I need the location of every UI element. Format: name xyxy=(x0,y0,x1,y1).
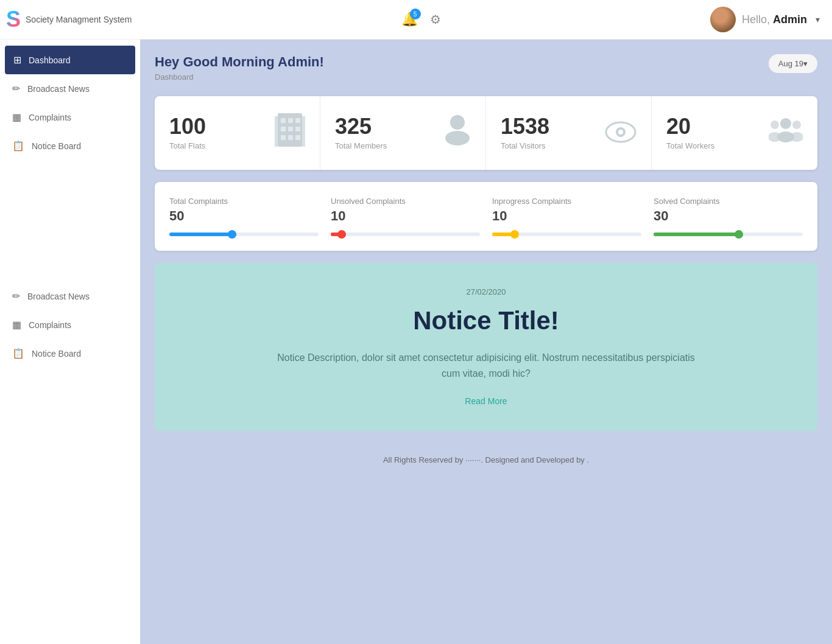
group-icon xyxy=(769,116,803,150)
footer: All Rights Reserved by ·······. Designed… xyxy=(155,443,817,477)
svg-rect-11 xyxy=(295,135,300,140)
stat-label-workers: Total Workers xyxy=(666,141,714,150)
sidebar-label-notice-board-2: Notice Board xyxy=(32,349,81,359)
stat-info-flats: 100 Total Flats xyxy=(169,116,206,150)
sidebar-label-notice-board: Notice Board xyxy=(32,141,81,151)
clipboard-icon: 📋 xyxy=(12,140,24,152)
main-layout: ⊞ Dashboard ✏ Broadcast News ▦ Complaint… xyxy=(0,40,832,644)
table-icon-2: ▦ xyxy=(12,319,21,331)
footer-text: All Rights Reserved by ·······. Designed… xyxy=(383,455,589,464)
table-icon: ▦ xyxy=(12,111,21,123)
progress-fill-unsolved xyxy=(331,233,346,236)
complaint-item-inprogress: Inprogress Complaints 10 xyxy=(492,197,641,236)
svg-point-12 xyxy=(450,115,465,130)
sidebar-label-broadcast-news-2: Broadcast News xyxy=(27,292,90,301)
stats-grid: 100 Total Flats xyxy=(155,96,817,170)
grid-icon: ⊞ xyxy=(13,54,21,66)
stat-info-members: 325 Total Members xyxy=(335,116,387,150)
complaints-grid: Total Complaints 50 Unsolved Complaints … xyxy=(169,197,803,236)
svg-rect-5 xyxy=(295,118,300,123)
logo-letter: S xyxy=(6,9,21,30)
settings-button[interactable]: ⚙ xyxy=(430,12,441,27)
notification-button[interactable]: 🔔 5 xyxy=(401,12,418,27)
stat-number-members: 325 xyxy=(335,116,387,138)
stat-number-visitors: 1538 xyxy=(501,116,549,138)
svg-rect-9 xyxy=(281,135,286,140)
sidebar-item-dashboard[interactable]: ⊞ Dashboard xyxy=(5,46,135,74)
complaint-number-unsolved: 10 xyxy=(331,208,480,224)
clipboard-icon-2: 📋 xyxy=(12,348,24,359)
date-badge[interactable]: Aug 19▾ xyxy=(769,54,817,73)
sidebar-label-complaints: Complaints xyxy=(29,113,71,122)
notice-card: 27/02/2020 Notice Title! Notice Descript… xyxy=(155,263,817,431)
svg-point-20 xyxy=(769,132,781,142)
progress-bar-solved xyxy=(654,233,803,236)
person-icon xyxy=(444,114,471,152)
stat-card-members: 325 Total Members xyxy=(320,96,486,170)
greeting-text: Hey Good Morning Admin! xyxy=(155,54,324,70)
progress-fill-inprogress xyxy=(492,233,519,236)
progress-bar-unsolved xyxy=(331,233,480,236)
progress-dot-solved xyxy=(735,230,743,239)
complaint-number-solved: 30 xyxy=(654,208,803,224)
sidebar-item-broadcast-news-2[interactable]: ✏ Broadcast News xyxy=(0,282,140,310)
complaint-label-solved: Solved Complaints xyxy=(654,197,803,206)
greeting-block: Hey Good Morning Admin! Dashboard xyxy=(155,54,324,82)
header-actions: 🔔 5 ⚙ xyxy=(401,12,441,27)
svg-rect-3 xyxy=(281,118,286,123)
svg-rect-8 xyxy=(295,127,300,131)
complaint-label-unsolved: Unsolved Complaints xyxy=(331,197,480,206)
sidebar-item-complaints-2[interactable]: ▦ Complaints xyxy=(0,310,140,339)
svg-point-17 xyxy=(780,118,791,129)
svg-point-16 xyxy=(618,130,623,135)
complaint-item-solved: Solved Complaints 30 xyxy=(654,197,803,236)
svg-point-19 xyxy=(770,121,779,129)
stat-info-workers: 20 Total Workers xyxy=(666,116,714,150)
stat-label-visitors: Total Visitors xyxy=(501,141,549,150)
read-more-link[interactable]: Read More xyxy=(465,396,507,406)
gear-icon: ⚙ xyxy=(430,13,441,26)
stat-number-workers: 20 xyxy=(666,116,714,138)
progress-dot-inprogress xyxy=(510,230,519,239)
pencil-icon: ✏ xyxy=(12,83,20,94)
main-content: Hey Good Morning Admin! Dashboard Aug 19… xyxy=(140,40,832,644)
stat-number-flats: 100 xyxy=(169,116,206,138)
sidebar-item-broadcast-news[interactable]: ✏ Broadcast News xyxy=(0,74,140,103)
stat-info-visitors: 1538 Total Visitors xyxy=(501,116,549,150)
complaint-item-total: Total Complaints 50 xyxy=(169,197,319,236)
sidebar-item-notice-board[interactable]: 📋 Notice Board xyxy=(0,131,140,160)
progress-bar-total xyxy=(169,233,319,236)
svg-rect-10 xyxy=(288,135,293,140)
sidebar-label-broadcast-news: Broadcast News xyxy=(27,84,90,94)
complaints-card: Total Complaints 50 Unsolved Complaints … xyxy=(155,182,817,251)
notification-badge: 5 xyxy=(410,9,421,19)
notice-title: Notice Title! xyxy=(173,306,799,335)
sidebar-spacer xyxy=(0,160,140,282)
avatar xyxy=(710,7,736,32)
progress-fill-total xyxy=(169,233,236,236)
sidebar-item-complaints[interactable]: ▦ Complaints xyxy=(0,103,140,131)
notice-description: Notice Description, dolor sit amet conse… xyxy=(273,350,699,381)
progress-fill-solved xyxy=(654,233,743,236)
sidebar-label-complaints-2: Complaints xyxy=(29,320,71,330)
sidebar: ⊞ Dashboard ✏ Broadcast News ▦ Complaint… xyxy=(0,40,140,644)
complaint-label-total: Total Complaints xyxy=(169,197,319,206)
user-menu[interactable]: Hello, Admin ▾ xyxy=(710,7,820,32)
svg-point-21 xyxy=(792,121,801,129)
complaint-number-inprogress: 10 xyxy=(492,208,641,224)
app-name: Society Managment System xyxy=(26,15,132,24)
stat-card-workers: 20 Total Workers xyxy=(652,96,817,170)
stat-label-flats: Total Flats xyxy=(169,141,206,150)
sidebar-item-notice-board-2[interactable]: 📋 Notice Board xyxy=(0,339,140,368)
svg-rect-1 xyxy=(275,116,278,147)
complaint-item-unsolved: Unsolved Complaints 10 xyxy=(331,197,480,236)
progress-dot-unsolved xyxy=(337,230,346,239)
avatar-image xyxy=(710,7,736,32)
breadcrumb: Dashboard xyxy=(155,72,324,82)
notice-date: 27/02/2020 xyxy=(173,287,799,296)
stat-card-flats: 100 Total Flats xyxy=(155,96,320,170)
chevron-down-icon: ▾ xyxy=(816,15,820,24)
complaint-label-inprogress: Inprogress Complaints xyxy=(492,197,641,206)
greeting-name: Admin xyxy=(773,13,807,26)
svg-rect-7 xyxy=(288,127,293,131)
